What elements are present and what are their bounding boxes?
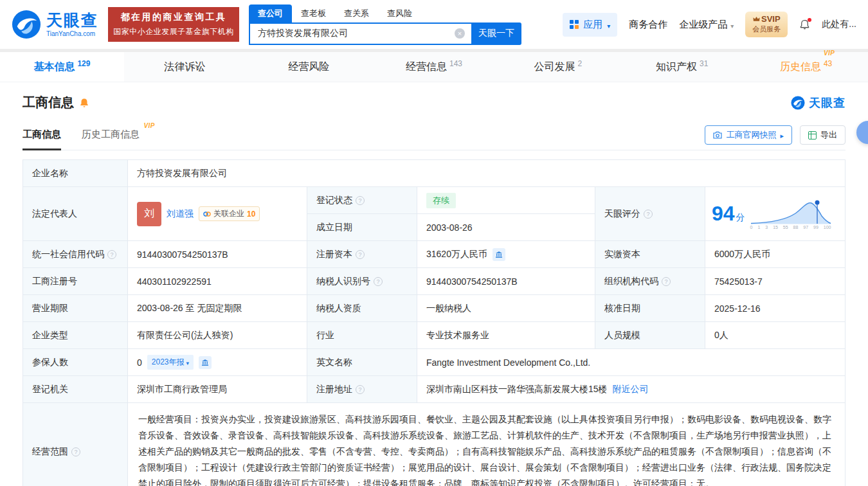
clear-icon[interactable]: [455, 28, 465, 39]
help-icon[interactable]: [356, 385, 365, 394]
credit-code-label: 统一社会信用代码: [23, 241, 127, 267]
annual-report-badge[interactable]: 2023年报: [147, 355, 194, 370]
subtab-business-registration[interactable]: 工商信息: [23, 129, 61, 150]
tab-company-development[interactable]: 公司发展 2: [496, 52, 620, 82]
establish-date-value: 2003-08-26: [417, 214, 595, 240]
reg-status-value: 存续: [417, 187, 595, 213]
legal-rep-avatar[interactable]: 刘: [137, 202, 161, 226]
tab-business-info[interactable]: 经营信息 143: [372, 52, 496, 82]
help-icon[interactable]: [662, 277, 671, 286]
search-tab-company[interactable]: 查公司: [249, 4, 292, 22]
help-icon[interactable]: [644, 210, 653, 219]
tianyancha-logo-icon: [12, 10, 41, 39]
nav-enterprise-products[interactable]: 企业级产品: [679, 19, 734, 31]
nearby-companies-link[interactable]: 附近公司: [613, 384, 649, 395]
subtab-history-registration[interactable]: 历史工商信息 VIP: [82, 129, 140, 150]
official-snapshot-button[interactable]: 工商官网快照: [705, 125, 792, 145]
legal-rep-label: 法定代表人: [23, 187, 127, 240]
account-menu[interactable]: 此处有...: [822, 19, 856, 30]
section-brand: 天眼查: [791, 95, 845, 111]
logo-subtitle: TianYanCha.com: [46, 30, 98, 37]
taxpayer-id-value: 91440300754250137B: [417, 268, 595, 294]
help-icon[interactable]: [374, 277, 383, 286]
business-term-label: 营业期限: [23, 295, 127, 321]
reg-authority-label: 登记机关: [23, 376, 127, 402]
help-icon[interactable]: [356, 196, 365, 205]
search-tab-relation[interactable]: 查关系: [335, 4, 378, 22]
org-code-label: 组织机构代码: [595, 268, 705, 294]
vip-flag: VIP: [143, 122, 155, 129]
score-curve-chart: 0131555889799100: [750, 199, 831, 230]
reg-capital-label: 注册资本: [307, 241, 417, 267]
tab-legal-proceedings[interactable]: 法律诉讼: [124, 52, 248, 82]
tab-history-info[interactable]: 历史信息 VIP 43: [744, 52, 868, 82]
export-button[interactable]: 导出: [800, 125, 845, 145]
help-icon[interactable]: [356, 250, 365, 259]
paid-capital-label: 实缴资本: [595, 241, 705, 267]
arrow-right-icon: [780, 130, 784, 140]
reg-number-value: 440301102922591: [128, 268, 307, 294]
search-input[interactable]: [249, 22, 471, 45]
industry-label: 行业: [307, 322, 417, 348]
company-type-label: 企业类型: [23, 322, 127, 348]
apps-menu[interactable]: 应用: [563, 13, 617, 37]
notification-dot: [808, 18, 811, 22]
reg-capital-value: 31620万人民币: [417, 241, 595, 267]
brand-logo-icon: [791, 96, 805, 110]
company-type-value: 有限责任公司(法人独资): [128, 322, 307, 348]
paid-capital-value: 6000万人民币: [705, 241, 845, 267]
export-grid-icon: [808, 131, 817, 140]
svip-badge[interactable]: SVIP 会员服务: [745, 12, 788, 37]
legal-rep-value: 刘 刘道强 关联企业 10: [128, 187, 307, 240]
status-badge: 存续: [426, 193, 456, 208]
taxpayer-id-label: 纳税人识别号: [307, 268, 417, 294]
annual-report-building-icon[interactable]: [199, 356, 212, 369]
promo-banner-line1: 都在用的商业查询工具: [121, 12, 227, 23]
subtab-row: 工商信息 历史工商信息 VIP 工商官网快照: [23, 125, 845, 150]
company-name-label: 企业名称: [23, 160, 127, 186]
svip-label: SVIP: [761, 15, 781, 23]
header-right-nav: 应用 商务合作 企业级产品 SVIP 会员服务: [563, 12, 856, 37]
notification-bell-icon[interactable]: [799, 19, 810, 30]
nav-business-cooperation[interactable]: 商务合作: [629, 19, 667, 31]
legal-rep-link[interactable]: 刘道强: [167, 208, 194, 220]
subscribe-bell-icon[interactable]: [79, 98, 89, 108]
help-icon[interactable]: [71, 447, 80, 456]
business-scope-label: 经营范围: [23, 403, 127, 486]
related-companies-badge[interactable]: 关联企业 10: [199, 206, 260, 221]
company-name-value: 方特投资发展有限公司: [128, 160, 845, 186]
crown-icon: [753, 16, 760, 22]
search-button[interactable]: 天眼一下: [471, 22, 521, 45]
reg-number-label: 工商注册号: [23, 268, 127, 294]
taxpayer-quality-value: 一般纳税人: [417, 295, 595, 321]
english-name-value: Fangte Investment Development Co.,Ltd.: [417, 349, 845, 375]
related-companies-icon: [203, 210, 211, 218]
taxpayer-quality-label: 纳税人资质: [307, 295, 417, 321]
insured-count-label: 参保人数: [23, 349, 127, 375]
industry-value: 专业技术服务业: [417, 322, 595, 348]
score-axis-ticks: 0131555889799100: [750, 225, 831, 230]
tianyancha-logo[interactable]: 天眼查 TianYanCha.com: [12, 10, 98, 39]
reg-address-value: 深圳市南山区科技一路华强高新发展大楼15楼 附近公司: [417, 376, 845, 402]
logo-title: 天眼查: [46, 12, 98, 28]
staff-size-value: 0人: [705, 322, 845, 348]
reg-authority-value: 深圳市工商行政管理局: [128, 376, 307, 402]
approval-date-label: 核准日期: [595, 295, 705, 321]
score-value[interactable]: 94 分 0131555889799100: [705, 187, 845, 240]
tab-basic-info[interactable]: 基本信息 129: [0, 52, 124, 82]
search-tabs: 查公司 查老板 查关系 查风险: [249, 4, 521, 22]
tab-operational-risk[interactable]: 经营风险: [248, 52, 372, 82]
promo-banner-line2: 国家中小企业发展子基金旗下机构: [113, 26, 234, 37]
search-tab-boss[interactable]: 查老板: [292, 4, 335, 22]
chevron-down-icon: [607, 19, 610, 30]
org-code-value: 75425013-7: [705, 268, 845, 294]
english-name-label: 英文名称: [307, 349, 417, 375]
capital-building-icon[interactable]: [493, 248, 505, 261]
tab-intellectual-property[interactable]: 知识产权 31: [620, 52, 744, 82]
business-scope-value: 一般经营项目：投资兴办实业，投资建设旅游景区、高科技游乐园项目、餐饮业、主题公园…: [128, 403, 845, 486]
help-icon[interactable]: [107, 250, 116, 259]
promo-banner: 都在用的商业查询工具 国家中小企业发展子基金旗下机构: [108, 7, 239, 42]
search-tab-risk[interactable]: 查风险: [378, 4, 421, 22]
staff-size-label: 人员规模: [595, 322, 705, 348]
svip-sublabel: 会员服务: [752, 24, 781, 34]
